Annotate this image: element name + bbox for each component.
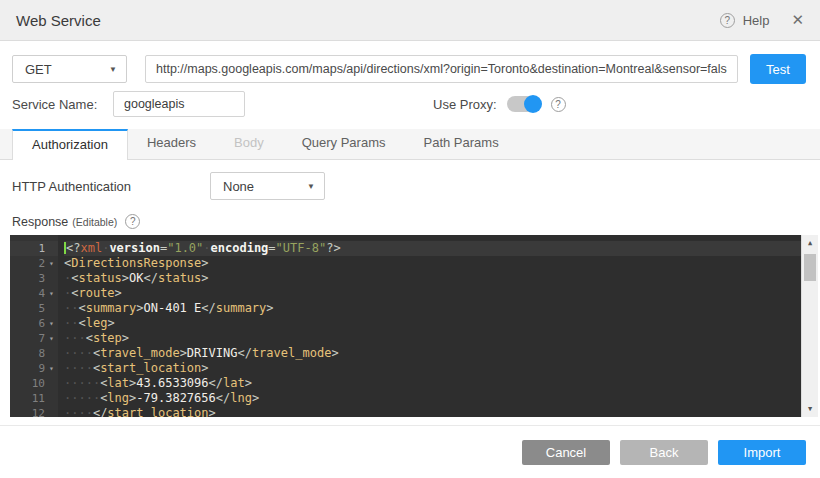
http-method-select[interactable]: GET ▼ (12, 55, 127, 83)
gutter-line-6[interactable]: 6▾ (10, 316, 58, 331)
code-line-2: <DirectionsResponse> (64, 256, 801, 271)
tab-authorization[interactable]: Authorization (12, 129, 128, 160)
gutter-line-12: 12 (10, 406, 58, 417)
code-line-7: ···<step> (64, 331, 801, 346)
response-label-row: Response (Editable) ? (12, 214, 806, 229)
scroll-down-icon[interactable]: ▼ (802, 401, 818, 417)
tab-headers[interactable]: Headers (128, 128, 215, 159)
tab-path-params[interactable]: Path Params (404, 128, 517, 159)
http-method-value: GET (25, 62, 52, 77)
response-label: Response (12, 215, 68, 229)
toggle-knob (524, 95, 542, 113)
scroll-up-icon[interactable]: ▲ (802, 235, 818, 251)
gutter-line-8: 8 (10, 346, 58, 361)
gutter-line-10: 10 (10, 376, 58, 391)
http-auth-value: None (223, 179, 254, 194)
gutter-line-5: 5 (10, 301, 58, 316)
import-button[interactable]: Import (718, 440, 806, 465)
dialog-header: Web Service ? Help ✕ (0, 0, 820, 41)
gutter-line-2[interactable]: 2▾ (10, 256, 58, 271)
http-auth-select[interactable]: None ▼ (210, 172, 325, 200)
close-icon[interactable]: ✕ (791, 11, 804, 29)
service-name-row: Service Name: Use Proxy: ? (12, 91, 806, 117)
gutter-line-7[interactable]: 7▾ (10, 331, 58, 346)
proxy-help-icon[interactable]: ? (551, 97, 566, 112)
code-line-12: ····</start_location> (64, 406, 801, 417)
help-link[interactable]: Help (743, 13, 770, 28)
service-name-label: Service Name: (12, 97, 113, 112)
editor-code-area[interactable]: <?xml·version="1.0"·encoding="UTF-8"?><D… (58, 235, 801, 417)
test-button[interactable]: Test (750, 54, 806, 84)
gutter-line-1: 1 (10, 241, 58, 256)
code-line-10: ·····<lat>43.6533096</lat> (64, 376, 801, 391)
code-line-4: ·<route> (64, 286, 801, 301)
use-proxy-toggle[interactable] (507, 96, 541, 112)
code-line-1: <?xml·version="1.0"·encoding="UTF-8"?> (64, 241, 801, 256)
gutter-line-3: 3 (10, 271, 58, 286)
gutter-line-9[interactable]: 9▾ (10, 361, 58, 376)
page-title: Web Service (16, 12, 101, 29)
cancel-button[interactable]: Cancel (522, 440, 610, 465)
use-proxy-label: Use Proxy: (433, 97, 497, 112)
http-auth-label: HTTP Authentication (12, 179, 210, 194)
code-line-9: ····<start_location> (64, 361, 801, 376)
tab-body[interactable]: Body (215, 128, 283, 159)
chevron-down-icon: ▼ (307, 182, 315, 191)
editor-gutter: 12▾34▾56▾7▾89▾101112 (10, 235, 58, 417)
dialog-footer: Cancel Back Import (0, 425, 820, 478)
gutter-line-11: 11 (10, 391, 58, 406)
back-button[interactable]: Back (620, 440, 708, 465)
code-line-8: ····<travel_mode>DRIVING</travel_mode> (64, 346, 801, 361)
tab-query-params[interactable]: Query Params (283, 128, 405, 159)
code-line-11: ·····<lng>-79.3827656</lng> (64, 391, 801, 406)
response-editable-qualifier: (Editable) (72, 216, 117, 228)
gutter-line-4[interactable]: 4▾ (10, 286, 58, 301)
response-help-icon[interactable]: ? (125, 214, 140, 229)
http-auth-row: HTTP Authentication None ▼ (12, 172, 806, 200)
response-editor[interactable]: 12▾34▾56▾7▾89▾101112 <?xml·version="1.0"… (10, 235, 818, 417)
service-name-input[interactable] (113, 91, 245, 117)
tab-bar: AuthorizationHeadersBodyQuery ParamsPath… (0, 129, 820, 160)
use-proxy-group: Use Proxy: ? (433, 96, 566, 112)
request-row: GET ▼ Test (12, 54, 806, 84)
code-line-5: ··<summary>ON-401 E</summary> (64, 301, 801, 316)
scrollbar-thumb[interactable] (804, 254, 816, 281)
help-icon[interactable]: ? (720, 13, 735, 28)
code-line-3: ·<status>OK</status> (64, 271, 801, 286)
chevron-down-icon: ▼ (109, 65, 117, 74)
editor-scrollbar[interactable]: ▲ ▼ (801, 235, 818, 417)
url-input[interactable] (145, 55, 738, 83)
code-line-6: ··<leg> (64, 316, 801, 331)
